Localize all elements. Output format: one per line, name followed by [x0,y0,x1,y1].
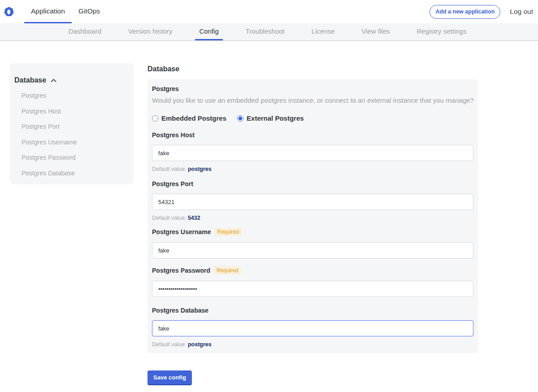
config-main: Database Postgres Would you like to use … [148,65,478,385]
radio-embedded-postgres-circle[interactable] [152,115,158,122]
postgres-username-input[interactable] [152,242,473,258]
sidebar-item-postgres-username[interactable]: Postgres Username [22,139,129,146]
sidebar-group-database[interactable]: Database [14,76,129,84]
postgres-host-default: Default value: postgres [152,166,473,172]
sidebar-item-postgres-database[interactable]: Postgres Database [22,170,129,177]
postgres-database-default: Default value: postgres [152,341,473,348]
tab-application[interactable]: Application [24,0,72,23]
add-new-application-button[interactable]: Add a new application [430,5,500,19]
sidebar-item-postgres-port[interactable]: Postgres Port [22,123,129,130]
sidebar-item-postgres-host[interactable]: Postgres Host [22,108,129,115]
field-postgres-port-label: Postgres Port [152,180,193,187]
field-postgres-username: Postgres Username Required [152,228,473,258]
page-title: Database [148,65,478,73]
tab-application-label: Application [31,7,65,15]
topbar-right: Add a new application Log out [430,0,533,23]
field-postgres-database: Postgres Database Default value: postgre… [152,307,473,348]
kots-logo-icon[interactable] [4,7,14,17]
config-sidebar: Database Postgres Postgres Host Postgres… [10,63,134,184]
radio-embedded-postgres[interactable]: Embedded Postgres [152,115,226,122]
sidebar-item-postgres[interactable]: Postgres [22,92,129,99]
radio-external-postgres[interactable]: External Postgres [237,115,304,122]
chevron-up-icon [51,78,56,83]
subnav-item-view-files[interactable]: View files [357,23,394,40]
subnav-item-dashboard[interactable]: Dashboard [65,23,105,40]
postgres-radio-group: Embedded Postgres External Postgres [152,115,473,122]
radio-external-postgres-label: External Postgres [247,115,304,122]
radio-external-postgres-circle[interactable] [237,115,243,122]
required-badge: Required [215,228,242,236]
app-subnav: Dashboard Version history Config Trouble… [0,23,538,41]
subnav-item-version-history[interactable]: Version history [124,23,176,40]
group-help-text: Would you like to use an embedded postgr… [152,97,473,104]
save-config-button[interactable]: Save config [148,370,192,385]
field-postgres-password-label: Postgres Password [152,267,210,274]
postgres-host-input[interactable] [152,145,473,161]
field-postgres-password: Postgres Password Required [152,266,473,297]
sidebar-group-database-label: Database [14,76,46,84]
postgres-port-input[interactable] [152,194,473,210]
config-group-panel: Postgres Would you like to use an embedd… [148,79,478,353]
postgres-port-default: Default value: 5432 [152,215,473,221]
field-postgres-host: Postgres Host Default value: postgres [152,131,473,172]
subnav-item-registry-settings[interactable]: Registry settings [413,23,471,40]
topbar-tabs: Application GitOps [24,0,107,23]
field-postgres-username-label: Postgres Username [152,228,211,235]
postgres-password-input[interactable] [152,281,473,297]
subnav-item-license[interactable]: License [308,23,339,40]
field-postgres-port: Postgres Port Default value: 5432 [152,180,473,221]
group-title: Postgres [152,85,473,92]
subnav-item-config[interactable]: Config [195,23,222,40]
sidebar-item-postgres-password[interactable]: Postgres Password [22,154,129,161]
field-postgres-host-label: Postgres Host [152,131,195,139]
sidebar-items: Postgres Postgres Host Postgres Port Pos… [14,92,129,177]
radio-embedded-postgres-label: Embedded Postgres [161,115,226,122]
logout-link[interactable]: Log out [510,8,533,16]
tab-gitops-label: GitOps [78,7,100,15]
config-page: Database Postgres Postgres Host Postgres… [0,41,538,392]
postgres-database-input[interactable] [152,320,473,336]
subnav-item-troubleshoot[interactable]: Troubleshoot [242,23,289,40]
required-badge: Required [214,266,241,274]
tab-gitops[interactable]: GitOps [72,0,107,23]
topbar: Application GitOps Add a new application… [0,0,538,23]
field-postgres-database-label: Postgres Database [152,307,208,314]
